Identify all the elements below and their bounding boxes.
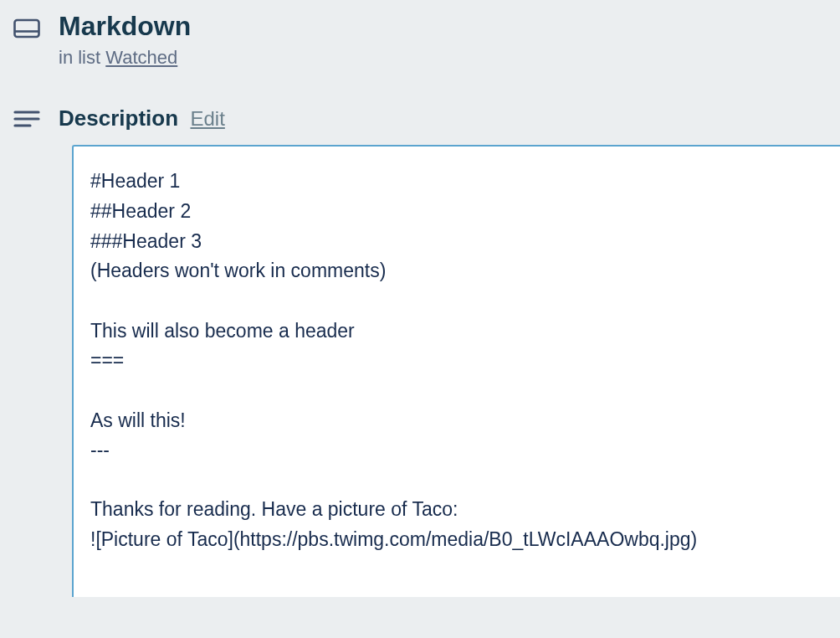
edit-description-link[interactable]: Edit [190,107,224,130]
card-icon [13,18,40,39]
card-list-info: in list Watched [59,47,840,69]
description-icon [13,109,40,129]
svg-rect-0 [15,20,39,37]
description-textarea[interactable] [72,145,840,597]
list-prefix-label: in list [59,47,105,68]
card-title[interactable]: Markdown [59,10,840,42]
description-title-wrap: Description Edit [59,105,225,131]
description-section-header: Description Edit [13,105,840,131]
card-header: Markdown in list Watched [13,10,840,69]
card-title-block: Markdown in list Watched [59,10,840,69]
description-label: Description [59,105,178,131]
description-editor-wrap [72,145,840,600]
card-detail-panel: Markdown in list Watched Description Edi… [0,0,840,600]
list-link[interactable]: Watched [105,47,177,68]
